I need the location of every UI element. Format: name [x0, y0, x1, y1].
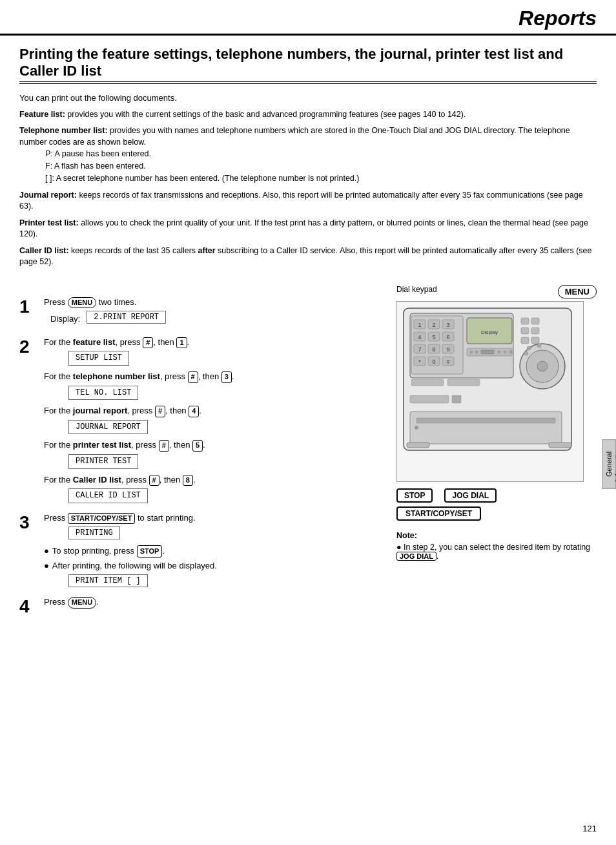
svg-point-47	[524, 351, 528, 355]
svg-rect-55	[549, 443, 571, 448]
hash-key-3: #	[155, 406, 165, 417]
bullet-dot-2: ●	[44, 559, 49, 572]
desc-journal-label: Journal report:	[19, 191, 77, 200]
display-printer-test: PRINTER TEST	[68, 454, 138, 469]
jog-dial-button-label: JOG DIAL	[444, 488, 497, 503]
menu-button-label: MENU	[558, 285, 597, 298]
bullet-dot-1: ●	[44, 545, 49, 558]
num-3-key: 3	[221, 371, 232, 382]
desc-journal: Journal report: keeps records of fax tra…	[19, 190, 597, 213]
note-box: Note: ● In step 2, you can select the de…	[396, 531, 597, 561]
tel-list-item-f: F: A flash has been entered.	[45, 160, 597, 172]
display-printing: PRINTING	[68, 527, 120, 539]
intro-section: Printing the feature settings, telephone…	[0, 46, 616, 268]
hash-key-2: #	[188, 371, 198, 382]
display-tel-list: TEL NO. LIST	[68, 386, 138, 401]
step-4-text: Press MENU.	[44, 596, 385, 608]
step-3-content: Press START/COPY/SET to start printing. …	[44, 512, 385, 592]
step-2: 2 For the feature list, press #, then 1.…	[19, 337, 385, 508]
bullet-after: ● After printing, the following will be …	[44, 559, 385, 572]
svg-text:#: #	[446, 359, 449, 365]
stop-key: STOP	[137, 545, 163, 558]
display-label: Display:	[50, 314, 80, 324]
display-caller-id-list: CALLER ID LIST	[68, 488, 148, 503]
desc-journal-text: keeps records of fax transmissions and r…	[19, 191, 583, 211]
page-number: 121	[582, 824, 597, 833]
svg-text:7: 7	[418, 346, 421, 353]
svg-rect-29	[521, 318, 529, 324]
desc-feature-list-label: Feature list:	[19, 110, 65, 119]
diagram-area: Dial keypad MENU 1	[396, 285, 597, 561]
desc-feature-list-text: provides you with the current settings o…	[67, 110, 466, 119]
svg-text:2: 2	[432, 322, 435, 328]
svg-rect-52	[410, 412, 562, 444]
svg-rect-33	[521, 337, 529, 344]
step-3-number: 3	[19, 514, 44, 532]
tel-list-item-bracket: [ ]: A secret telephone number has been …	[45, 172, 597, 185]
display-print-item: PRINT ITEM [ ]	[68, 574, 148, 587]
step-3-bullets: ● To stop printing, press STOP. ● After …	[44, 545, 385, 572]
step-4-number: 4	[19, 598, 44, 616]
sidebar-label: GeneralInformation	[605, 446, 616, 482]
desc-printer-test: Printer test list: allows you to check t…	[19, 218, 597, 240]
hash-key-1: #	[143, 337, 153, 348]
display-setup-list: SETUP LIST	[68, 351, 129, 366]
num-4-key: 4	[189, 406, 199, 417]
note-title: Note:	[396, 531, 597, 540]
diagram-buttons: STOP JOG DIAL	[396, 488, 597, 503]
step-1-content: Press MENU two times. Display: 2.PRINT R…	[44, 297, 385, 333]
svg-rect-38	[481, 350, 494, 354]
desc-printer-test-label: Printer test list:	[19, 218, 79, 227]
svg-text:1: 1	[418, 322, 421, 328]
svg-text:9: 9	[446, 346, 449, 353]
intro-text: You can print out the following document…	[19, 93, 597, 103]
svg-text:*: *	[418, 359, 421, 365]
step-1: 1 Press MENU two times. Display: 2.PRINT…	[19, 297, 385, 333]
tel-list-item-p: P: A pause has been entered.	[45, 148, 597, 160]
svg-rect-53	[416, 418, 555, 423]
page-heading: Printing the feature settings, telephone…	[19, 46, 597, 84]
hash-key-5: #	[149, 475, 159, 486]
step-4: 4 Press MENU.	[19, 596, 385, 616]
page-header: Reports	[0, 0, 616, 36]
sidebar-tab: GeneralInformation	[602, 439, 616, 489]
page-title: Reports	[518, 6, 597, 30]
num-8-key: 8	[183, 475, 193, 486]
svg-point-56	[415, 426, 418, 430]
svg-point-39	[498, 351, 500, 353]
desc-feature-list: Feature list: provides you with the curr…	[19, 109, 597, 121]
two-col-section: 1 Press MENU two times. Display: 2.PRINT…	[0, 273, 616, 633]
step-3: 3 Press START/COPY/SET to start printing…	[19, 512, 385, 592]
num-5-key: 5	[192, 440, 203, 451]
svg-rect-42	[411, 379, 444, 386]
svg-point-37	[475, 351, 478, 353]
svg-point-41	[509, 351, 512, 353]
desc-caller-id-text: keeps records of the last 35 callers aft…	[19, 246, 592, 267]
sub-step-feature-bold: feature list	[73, 337, 116, 347]
bullet-after-text: After printing, the following will be di…	[52, 559, 217, 572]
desc-tel-list: Telephone number list: provides you with…	[19, 125, 597, 184]
bullet-stop-text: To stop printing, press STOP.	[52, 545, 165, 558]
num-1-key: 1	[176, 337, 187, 348]
step-2-number: 2	[19, 338, 44, 356]
fax-svg: 1 2 3 4 5 6 7 8	[397, 302, 584, 483]
tel-list-items: P: A pause has been entered. F: A flash …	[45, 148, 597, 184]
start-copy-set-key: START/COPY/SET	[68, 513, 136, 524]
svg-point-49	[537, 344, 541, 348]
step-4-content: Press MENU.	[44, 596, 385, 610]
note-text: ● In step 2, you can select the desired …	[396, 543, 597, 561]
diagram-column: Dial keypad MENU 1	[396, 285, 597, 620]
steps-list: 1 Press MENU two times. Display: 2.PRINT…	[19, 297, 385, 616]
sub-step-journal-bold: journal report	[73, 406, 128, 415]
dial-keypad-label: Dial keypad	[396, 285, 437, 294]
start-copy-set-label: START/COPY/SET	[396, 506, 481, 521]
svg-rect-51	[452, 395, 461, 403]
sub-step-caller-id: For the Caller ID list, press #, then 8.…	[44, 474, 385, 503]
step-3-text: Press START/COPY/SET to start printing.	[44, 512, 385, 524]
menu-key-step4: MENU	[68, 597, 96, 608]
svg-text:0: 0	[432, 359, 435, 365]
svg-text:3: 3	[446, 322, 449, 328]
desc-caller-id: Caller ID list: keeps records of the las…	[19, 245, 597, 268]
desc-caller-id-label: Caller ID list:	[19, 246, 68, 255]
hash-key-4: #	[159, 440, 169, 451]
